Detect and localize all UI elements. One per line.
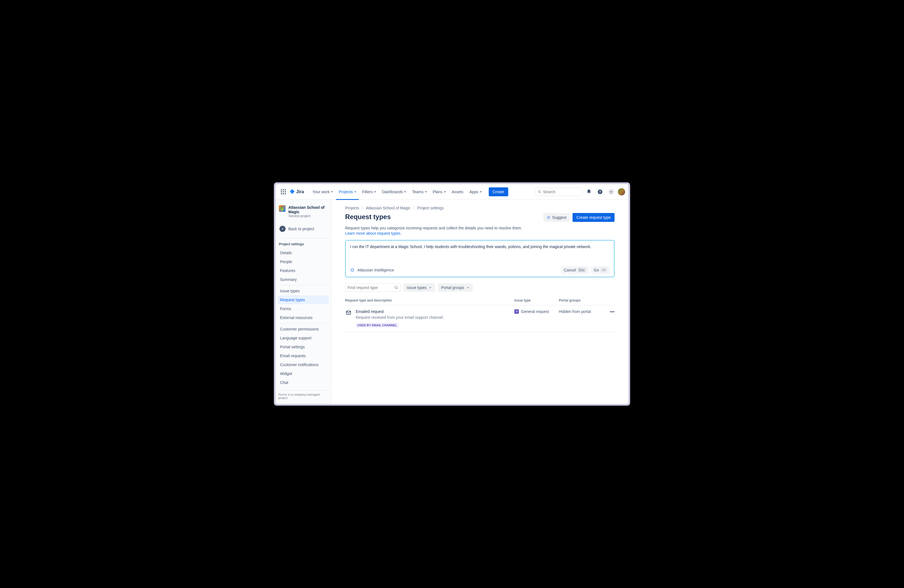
user-avatar[interactable]	[618, 188, 625, 196]
jira-logo[interactable]: Jira	[289, 189, 304, 194]
svg-line-10	[540, 192, 541, 193]
svg-point-14	[395, 286, 397, 288]
search-icon	[538, 190, 541, 194]
ai-prompt-box: I run the IT department at a Magic Schoo…	[345, 240, 615, 277]
svg-line-15	[397, 288, 398, 289]
svg-point-9	[539, 190, 541, 192]
svg-rect-4	[283, 191, 284, 192]
ai-go-button[interactable]: Go	[591, 266, 610, 274]
portal-groups-filter[interactable]: Portal groups	[438, 283, 473, 292]
chevron-down-icon: ▾	[480, 190, 482, 193]
sparkle-icon	[547, 215, 550, 220]
svg-rect-3	[281, 191, 282, 192]
breadcrumb-item[interactable]: Atlassian School of Magic	[366, 206, 410, 210]
sidebar-item-email-requests[interactable]: Email requests	[278, 351, 329, 360]
chevron-down-icon	[466, 286, 469, 289]
col-header-issue: Issue type	[514, 299, 559, 302]
suggest-button[interactable]: Suggest	[543, 213, 570, 222]
project-subtitle: Service project	[288, 214, 327, 218]
ai-brand: Atlassian Intelligence	[350, 268, 394, 272]
sidebar-item-features[interactable]: Features	[278, 266, 329, 275]
nav-plans[interactable]: Plans▾	[430, 188, 448, 196]
col-header-portal: Portal groups	[559, 299, 604, 302]
ai-icon	[350, 268, 355, 272]
issue-type-icon: ?	[514, 309, 519, 314]
issue-types-filter[interactable]: Issue types	[403, 283, 435, 292]
back-arrow-icon	[280, 226, 286, 232]
sidebar-item-issue-types[interactable]: Issue types	[278, 286, 329, 296]
sidebar-item-customer-permissions[interactable]: Customer permissions	[278, 325, 329, 334]
svg-rect-8	[285, 193, 286, 194]
issue-type-cell: ?General request	[514, 309, 559, 314]
nav-apps[interactable]: Apps▾	[467, 188, 484, 196]
svg-rect-7	[283, 193, 284, 194]
request-type-description: Request received from your email support…	[356, 315, 444, 319]
table-row: Emailed requestRequest received from you…	[345, 305, 615, 332]
chevron-down-icon: ▾	[331, 190, 333, 193]
find-request-type-input[interactable]	[348, 285, 387, 290]
nav-assets[interactable]: Assets	[449, 188, 466, 196]
svg-rect-2	[285, 189, 286, 190]
sidebar-item-request-types[interactable]: Request types	[278, 296, 329, 304]
request-type-name[interactable]: Emailed request	[356, 309, 444, 314]
col-header-name: Request type and description	[345, 299, 514, 302]
sidebar-item-language-support[interactable]: Language support	[278, 334, 329, 343]
settings-icon[interactable]	[607, 187, 616, 196]
sidebar-item-details[interactable]: Details	[278, 248, 329, 257]
row-actions-button[interactable]: •••	[604, 309, 615, 315]
svg-rect-0	[281, 189, 282, 190]
sidebar-item-summary[interactable]: Summary	[278, 275, 329, 284]
sidebar-item-people[interactable]: People	[278, 257, 329, 266]
page-title: Request types	[345, 213, 391, 221]
sidebar-item-external-resources[interactable]: External resources	[278, 313, 329, 322]
nav-teams[interactable]: Teams▾	[409, 188, 429, 196]
back-to-project[interactable]: Back to project	[278, 224, 329, 234]
portal-group-cell: Hidden from portal	[559, 309, 604, 314]
svg-point-13	[611, 191, 612, 192]
nav-filters[interactable]: Filters▾	[359, 188, 379, 196]
sidebar-item-forms[interactable]: Forms	[278, 304, 329, 313]
svg-text:?: ?	[599, 190, 601, 193]
email-channel-badge: USED BY EMAIL CHANNEL	[356, 322, 399, 328]
create-request-type-button[interactable]: Create request type	[572, 213, 615, 222]
search-input[interactable]	[543, 190, 579, 194]
sidebar-item-customer-notifications[interactable]: Customer notifications	[278, 360, 329, 369]
sidebar-footer: You're in a company-managed project	[278, 390, 329, 402]
esc-kbd: Esc	[577, 268, 586, 272]
back-label: Back to project	[288, 227, 314, 231]
project-title: Atlassian School of Magic	[288, 205, 327, 214]
breadcrumb: Projects/Atlassian School of Magic/Proje…	[345, 206, 615, 210]
app-switcher-icon[interactable]	[279, 187, 288, 196]
sidebar-item-portal-settings[interactable]: Portal settings	[278, 343, 329, 351]
logo-text: Jira	[296, 189, 304, 194]
chevron-down-icon: ▾	[405, 190, 406, 193]
search-icon	[394, 286, 398, 289]
help-icon[interactable]: ?	[596, 187, 605, 196]
svg-rect-5	[285, 191, 286, 192]
breadcrumb-item[interactable]: Project settings	[417, 206, 444, 210]
learn-more-link[interactable]: Learn more about request types.	[345, 231, 615, 236]
chevron-down-icon: ▾	[375, 190, 376, 193]
ai-cancel-button[interactable]: Cancel Esc	[561, 266, 589, 274]
chevron-down-icon: ▾	[425, 190, 427, 193]
project-header: 🦜 Atlassian School of Magic Service proj…	[278, 205, 329, 223]
svg-rect-1	[283, 189, 284, 190]
table-header: Request type and description Issue type …	[345, 299, 615, 305]
email-icon	[345, 309, 352, 316]
chevron-down-icon	[429, 286, 432, 289]
intro-text: Request types help you categorize incomi…	[345, 226, 615, 230]
find-request-type-search[interactable]	[345, 283, 401, 292]
breadcrumb-item[interactable]: Projects	[345, 206, 359, 210]
ai-input-text[interactable]: I run the IT department at a Magic Schoo…	[350, 245, 610, 262]
global-search[interactable]	[535, 188, 582, 196]
nav-your-work[interactable]: Your work▾	[310, 188, 335, 196]
sidebar-section-title: Project settings	[278, 239, 329, 248]
sidebar-item-chat[interactable]: Chat	[278, 378, 329, 387]
nav-dashboards[interactable]: Dashboards▾	[379, 188, 409, 196]
chevron-down-icon: ▾	[355, 190, 356, 193]
chevron-down-icon: ▾	[444, 190, 446, 193]
nav-projects[interactable]: Projects▾	[336, 188, 359, 196]
create-button[interactable]: Create	[489, 187, 508, 196]
sidebar-item-widget[interactable]: Widget	[278, 369, 329, 378]
notifications-icon[interactable]	[585, 187, 593, 196]
